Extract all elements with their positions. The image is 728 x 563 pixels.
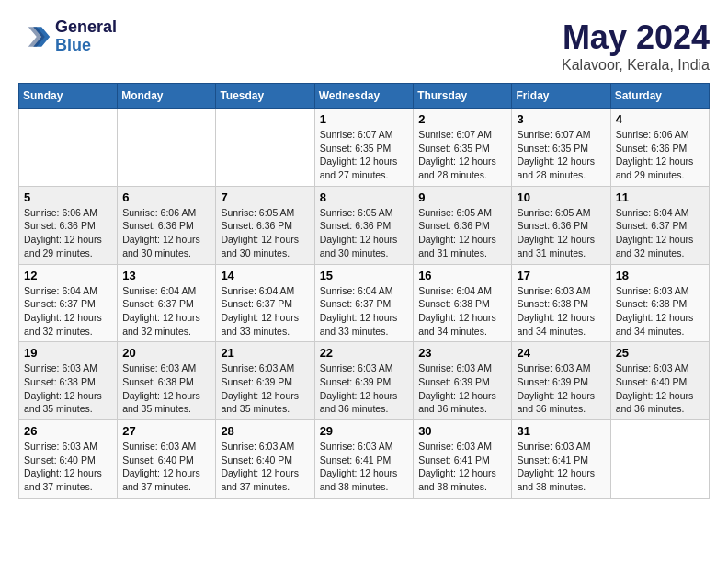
calendar-cell: 12Sunrise: 6:04 AM Sunset: 6:37 PM Dayli… [19, 264, 118, 342]
calendar-cell: 28Sunrise: 6:03 AM Sunset: 6:40 PM Dayli… [216, 420, 314, 499]
day-info: Sunrise: 6:03 AM Sunset: 6:40 PM Dayligh… [221, 440, 309, 494]
logo-text: General Blue [55, 18, 117, 55]
day-info: Sunrise: 6:03 AM Sunset: 6:41 PM Dayligh… [517, 440, 605, 494]
calendar-cell: 7Sunrise: 6:05 AM Sunset: 6:36 PM Daylig… [216, 186, 314, 264]
day-number: 29 [320, 424, 409, 438]
day-info: Sunrise: 6:03 AM Sunset: 6:40 PM Dayligh… [616, 362, 704, 416]
calendar-cell: 13Sunrise: 6:04 AM Sunset: 6:37 PM Dayli… [118, 264, 216, 342]
day-info: Sunrise: 6:05 AM Sunset: 6:36 PM Dayligh… [517, 206, 605, 260]
day-info: Sunrise: 6:03 AM Sunset: 6:41 PM Dayligh… [320, 440, 409, 494]
day-number: 16 [418, 269, 506, 282]
calendar-cell: 26Sunrise: 6:03 AM Sunset: 6:40 PM Dayli… [19, 420, 118, 499]
weekday-header-thursday: Thursday [414, 84, 512, 109]
day-info: Sunrise: 6:04 AM Sunset: 6:37 PM Dayligh… [122, 284, 210, 339]
page-header: General Blue May 2024 Kalavoor, Kerala, … [18, 18, 710, 74]
day-info: Sunrise: 6:04 AM Sunset: 6:37 PM Dayligh… [616, 206, 704, 260]
week-row-2: 5Sunrise: 6:06 AM Sunset: 6:36 PM Daylig… [19, 186, 710, 264]
week-row-4: 19Sunrise: 6:03 AM Sunset: 6:38 PM Dayli… [19, 342, 710, 420]
day-number: 4 [616, 112, 704, 126]
day-number: 8 [320, 190, 409, 204]
calendar-cell: 25Sunrise: 6:03 AM Sunset: 6:40 PM Dayli… [610, 342, 709, 420]
weekday-header-sunday: Sunday [19, 84, 118, 109]
logo-icon [18, 20, 51, 53]
day-number: 11 [616, 190, 704, 204]
calendar-cell: 5Sunrise: 6:06 AM Sunset: 6:36 PM Daylig… [19, 186, 118, 264]
day-info: Sunrise: 6:03 AM Sunset: 6:41 PM Dayligh… [418, 440, 506, 494]
day-info: Sunrise: 6:03 AM Sunset: 6:38 PM Dayligh… [616, 284, 704, 339]
calendar-cell: 4Sunrise: 6:06 AM Sunset: 6:36 PM Daylig… [610, 109, 709, 187]
day-number: 15 [320, 269, 409, 282]
calendar-cell: 15Sunrise: 6:04 AM Sunset: 6:37 PM Dayli… [314, 264, 414, 342]
day-info: Sunrise: 6:03 AM Sunset: 6:39 PM Dayligh… [517, 362, 605, 416]
day-info: Sunrise: 6:04 AM Sunset: 6:37 PM Dayligh… [320, 284, 409, 339]
day-number: 26 [24, 424, 112, 438]
calendar-cell: 31Sunrise: 6:03 AM Sunset: 6:41 PM Dayli… [512, 420, 610, 499]
day-number: 3 [517, 112, 605, 126]
day-number: 2 [418, 112, 506, 126]
week-row-1: 1Sunrise: 6:07 AM Sunset: 6:35 PM Daylig… [19, 109, 710, 187]
day-number: 17 [517, 269, 605, 282]
calendar-cell [19, 109, 118, 187]
calendar-cell: 6Sunrise: 6:06 AM Sunset: 6:36 PM Daylig… [118, 186, 216, 264]
day-number: 12 [24, 269, 112, 282]
day-info: Sunrise: 6:03 AM Sunset: 6:40 PM Dayligh… [122, 440, 210, 494]
day-info: Sunrise: 6:04 AM Sunset: 6:38 PM Dayligh… [418, 284, 506, 339]
day-info: Sunrise: 6:05 AM Sunset: 6:36 PM Dayligh… [418, 206, 506, 260]
day-number: 24 [517, 346, 605, 360]
logo-line2: Blue [55, 37, 117, 55]
day-info: Sunrise: 6:03 AM Sunset: 6:38 PM Dayligh… [122, 362, 210, 416]
day-info: Sunrise: 6:03 AM Sunset: 6:40 PM Dayligh… [24, 440, 112, 494]
day-number: 5 [24, 190, 112, 204]
weekday-header-tuesday: Tuesday [216, 84, 314, 109]
calendar-cell: 16Sunrise: 6:04 AM Sunset: 6:38 PM Dayli… [414, 264, 512, 342]
week-row-5: 26Sunrise: 6:03 AM Sunset: 6:40 PM Dayli… [19, 420, 710, 499]
day-number: 25 [616, 346, 704, 360]
calendar-cell: 27Sunrise: 6:03 AM Sunset: 6:40 PM Dayli… [118, 420, 216, 499]
calendar-cell: 9Sunrise: 6:05 AM Sunset: 6:36 PM Daylig… [414, 186, 512, 264]
weekday-header-friday: Friday [512, 84, 610, 109]
day-number: 6 [122, 190, 210, 204]
day-info: Sunrise: 6:03 AM Sunset: 6:39 PM Dayligh… [221, 362, 309, 416]
weekday-header-monday: Monday [118, 84, 216, 109]
day-number: 19 [24, 346, 112, 360]
day-number: 18 [616, 269, 704, 282]
day-info: Sunrise: 6:05 AM Sunset: 6:36 PM Dayligh… [320, 206, 409, 260]
calendar-cell: 20Sunrise: 6:03 AM Sunset: 6:38 PM Dayli… [118, 342, 216, 420]
day-info: Sunrise: 6:07 AM Sunset: 6:35 PM Dayligh… [320, 128, 409, 182]
calendar-cell: 21Sunrise: 6:03 AM Sunset: 6:39 PM Dayli… [216, 342, 314, 420]
calendar-cell [216, 109, 314, 187]
day-info: Sunrise: 6:07 AM Sunset: 6:35 PM Dayligh… [517, 128, 605, 182]
calendar-cell [610, 420, 709, 499]
calendar-cell: 19Sunrise: 6:03 AM Sunset: 6:38 PM Dayli… [19, 342, 118, 420]
day-number: 14 [221, 269, 309, 282]
day-number: 20 [122, 346, 210, 360]
day-number: 21 [221, 346, 309, 360]
day-number: 13 [122, 269, 210, 282]
day-number: 9 [418, 190, 506, 204]
month-title: May 2024 [562, 18, 710, 57]
week-row-3: 12Sunrise: 6:04 AM Sunset: 6:37 PM Dayli… [19, 264, 710, 342]
day-info: Sunrise: 6:06 AM Sunset: 6:36 PM Dayligh… [616, 128, 704, 182]
day-number: 7 [221, 190, 309, 204]
calendar-cell: 14Sunrise: 6:04 AM Sunset: 6:37 PM Dayli… [216, 264, 314, 342]
calendar-cell: 22Sunrise: 6:03 AM Sunset: 6:39 PM Dayli… [314, 342, 414, 420]
weekday-header-saturday: Saturday [610, 84, 709, 109]
weekday-header-row: SundayMondayTuesdayWednesdayThursdayFrid… [19, 84, 710, 109]
day-info: Sunrise: 6:05 AM Sunset: 6:36 PM Dayligh… [221, 206, 309, 260]
calendar-cell: 1Sunrise: 6:07 AM Sunset: 6:35 PM Daylig… [314, 109, 414, 187]
calendar-cell: 30Sunrise: 6:03 AM Sunset: 6:41 PM Dayli… [414, 420, 512, 499]
calendar-cell: 29Sunrise: 6:03 AM Sunset: 6:41 PM Dayli… [314, 420, 414, 499]
calendar-table: SundayMondayTuesdayWednesdayThursdayFrid… [18, 83, 710, 499]
day-info: Sunrise: 6:04 AM Sunset: 6:37 PM Dayligh… [221, 284, 309, 339]
day-number: 28 [221, 424, 309, 438]
logo-line1: General [55, 18, 117, 37]
logo: General Blue [18, 18, 117, 55]
calendar-cell: 8Sunrise: 6:05 AM Sunset: 6:36 PM Daylig… [314, 186, 414, 264]
calendar-cell: 3Sunrise: 6:07 AM Sunset: 6:35 PM Daylig… [512, 109, 610, 187]
day-info: Sunrise: 6:03 AM Sunset: 6:38 PM Dayligh… [24, 362, 112, 416]
day-number: 1 [320, 112, 409, 126]
day-info: Sunrise: 6:03 AM Sunset: 6:38 PM Dayligh… [517, 284, 605, 339]
day-info: Sunrise: 6:04 AM Sunset: 6:37 PM Dayligh… [24, 284, 112, 339]
weekday-header-wednesday: Wednesday [314, 84, 414, 109]
calendar-cell: 24Sunrise: 6:03 AM Sunset: 6:39 PM Dayli… [512, 342, 610, 420]
